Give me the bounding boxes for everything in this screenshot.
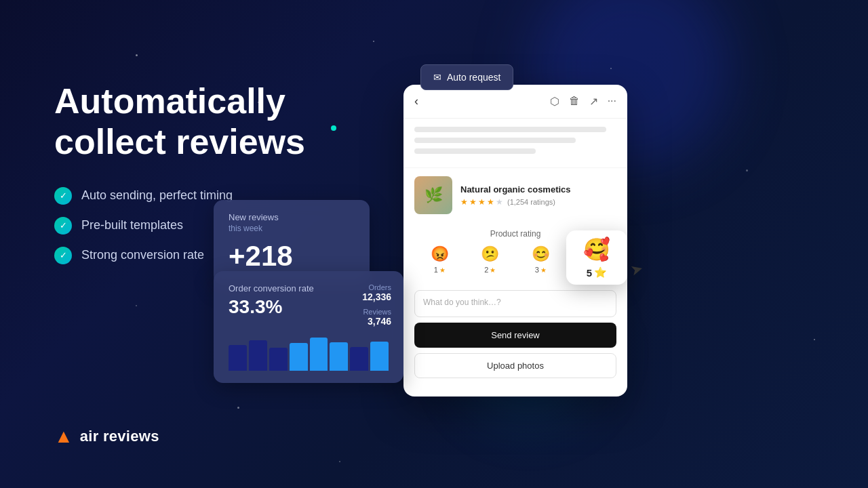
check-icon-2: ✓ [54, 217, 72, 235]
back-button[interactable]: ‹ [414, 94, 418, 108]
emoji-item-3[interactable]: 😊 3 ★ [532, 245, 550, 274]
star-3: ★ [478, 197, 486, 207]
emoji-num-1: 1 ★ [434, 266, 446, 274]
chart-bar [370, 342, 389, 371]
check-icon-3: ✓ [54, 247, 72, 264]
check-icon-1: ✓ [54, 187, 72, 205]
feature-label-1: Auto sending, perfect timing [81, 188, 233, 203]
rating-5-star: ⭐ [594, 266, 607, 279]
panel-actions: ⬡ 🗑 ↗ ··· [550, 95, 616, 108]
review-text-area[interactable]: What do you think…? [414, 290, 616, 317]
rating-5-card: 🥰 5 ⭐ [566, 230, 627, 285]
reviews-stat-label: Reviews [362, 308, 391, 316]
orders-label: Orders [362, 283, 391, 291]
star-1: ★ [460, 197, 468, 207]
right-section: ✉ Auto request ‹ ⬡ 🗑 ↗ ··· 🌿 Nat [339, 0, 868, 488]
upload-photos-button[interactable]: Upload photos [414, 353, 616, 378]
emoji-num-3: 3 ★ [535, 266, 547, 274]
feature-label-3: Strong conversion rate [81, 248, 204, 262]
chart-bar [310, 338, 328, 371]
chart-bar [290, 343, 308, 371]
chart-bar [330, 342, 348, 371]
orders-value: 12,336 [362, 291, 391, 302]
auto-request-button[interactable]: ✉ Auto request [420, 64, 513, 90]
skeleton-line-3 [414, 148, 536, 154]
emoji-3: 😊 [532, 245, 550, 263]
chart-bar [229, 345, 247, 371]
star-rating: ★ ★ ★ ★ ★ (1,254 ratings) [460, 197, 616, 207]
reviews-card-sublabel: this week [229, 224, 355, 233]
skeleton-line-1 [414, 127, 606, 132]
cursor-arrow: ➤ [629, 260, 645, 280]
auto-request-label: Auto request [447, 72, 500, 83]
reviews-card-number: +218 [229, 240, 355, 272]
feature-label-2: Pre-built templates [81, 218, 183, 232]
emoji-item-1[interactable]: 😡 1 ★ [431, 245, 449, 274]
product-thumbnail: 🌿 [414, 176, 452, 214]
logo: ▲ air reviews [54, 426, 159, 447]
chart-bar [269, 348, 288, 371]
rating-5-number: 5 ⭐ [587, 266, 607, 279]
star-2: ★ [469, 197, 477, 207]
chart-bar [249, 340, 267, 371]
bar-chart [229, 323, 389, 371]
main-heading: Automatically collect reviews [54, 81, 339, 163]
emoji-item-2[interactable]: 😕 2 ★ [481, 245, 499, 274]
logo-icon: ▲ [54, 426, 73, 447]
product-name: Natural organic cosmetics [460, 184, 616, 195]
emoji-2: 😕 [481, 245, 499, 263]
emoji-num-2: 2 ★ [484, 266, 496, 274]
rating-count: (1,254 ratings) [507, 198, 555, 206]
skeleton-line-2 [414, 138, 576, 143]
more-icon[interactable]: ··· [608, 95, 616, 108]
rating-5-emoji: 🥰 [583, 237, 610, 262]
save-icon[interactable]: ⬡ [550, 95, 559, 108]
delete-icon[interactable]: 🗑 [569, 95, 580, 108]
panel-skeleton [403, 119, 627, 167]
share-icon[interactable]: ↗ [589, 95, 598, 108]
star-5: ★ [496, 197, 503, 207]
conversion-rate-card: Order conversion rate 33.3% Orders 12,33… [214, 271, 403, 383]
reviews-card-label: New reviews [229, 212, 355, 222]
review-placeholder: What do you think…? [423, 298, 501, 307]
product-row: 🌿 Natural organic cosmetics ★ ★ ★ ★ ★ (1… [403, 167, 627, 222]
logo-text: air reviews [80, 428, 159, 445]
chart-bar [350, 347, 368, 371]
emoji-1: 😡 [431, 245, 449, 263]
send-review-button[interactable]: Send review [414, 323, 616, 348]
email-icon: ✉ [433, 72, 441, 83]
star-4: ★ [487, 197, 494, 207]
product-info: Natural organic cosmetics ★ ★ ★ ★ ★ (1,2… [460, 184, 616, 207]
